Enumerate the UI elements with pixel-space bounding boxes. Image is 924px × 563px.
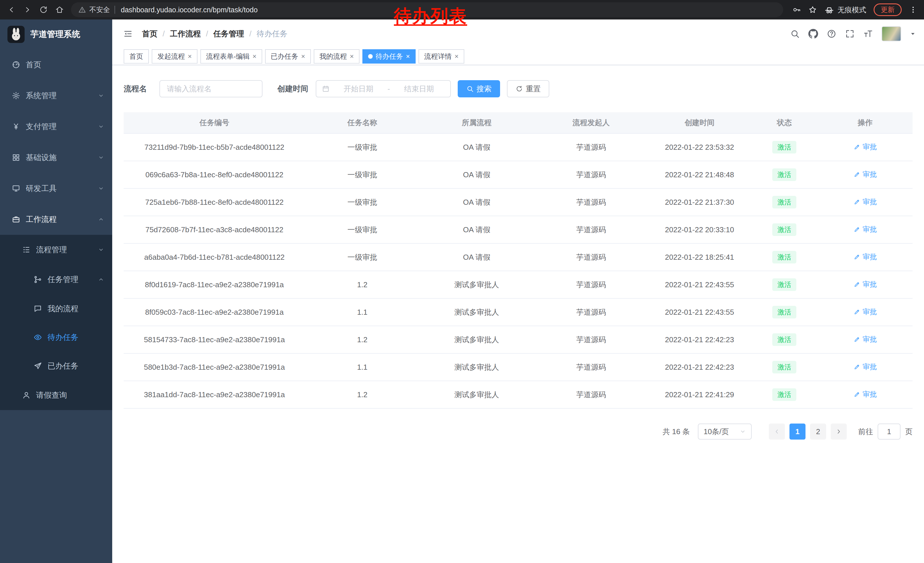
- chevron-up-icon: [98, 216, 104, 222]
- refresh-icon: [516, 85, 523, 93]
- app-logo[interactable]: 芋道管理系统: [0, 20, 112, 49]
- sidebar-item-label: 流程管理: [36, 245, 67, 255]
- sidebar-item-4[interactable]: 基础设施: [0, 142, 112, 173]
- table-row: 725a1eb6-7b88-11ec-8ef0-acde48001122一级审批…: [124, 188, 912, 216]
- hamburger-icon[interactable]: [123, 29, 133, 39]
- tab-6[interactable]: 待办任务×: [362, 49, 416, 63]
- tab-2[interactable]: 发起流程×: [152, 49, 198, 63]
- breadcrumb-item[interactable]: 工作流程: [170, 29, 201, 39]
- total-count: 共 16 条: [663, 427, 690, 437]
- page-size-select[interactable]: 10条/页: [698, 423, 752, 440]
- logo-avatar: [8, 26, 25, 43]
- breadcrumb-item[interactable]: 首页: [142, 29, 158, 39]
- approve-link[interactable]: 审批: [854, 142, 877, 152]
- cell-process: OA 请假: [419, 188, 534, 216]
- edit-icon: [854, 198, 861, 205]
- sidebar-item-11[interactable]: 已办任务: [0, 352, 112, 380]
- chevron-down-icon: [98, 185, 104, 192]
- edit-icon: [854, 254, 861, 260]
- cell-id: 8f0d1619-7ac8-11ec-a9e2-a2380e71991a: [124, 271, 305, 299]
- fullscreen-icon[interactable]: [845, 29, 855, 39]
- github-icon[interactable]: [808, 29, 818, 39]
- close-icon[interactable]: ×: [252, 53, 256, 60]
- approve-link[interactable]: 审批: [854, 252, 877, 261]
- end-date-placeholder[interactable]: 结束日期: [393, 84, 444, 94]
- prev-page-button[interactable]: [769, 423, 785, 440]
- approve-link[interactable]: 审批: [854, 170, 877, 179]
- close-icon[interactable]: ×: [406, 53, 410, 60]
- font-size-icon[interactable]: [863, 29, 873, 39]
- tab-3[interactable]: 流程表单-编辑×: [200, 49, 262, 63]
- goto-page-input[interactable]: [878, 423, 900, 440]
- cell-process: 测试多审批人: [419, 326, 534, 353]
- start-date-placeholder[interactable]: 开始日期: [333, 84, 384, 94]
- star-icon[interactable]: [808, 6, 817, 14]
- page-button-1[interactable]: 1: [789, 423, 806, 440]
- date-range-picker[interactable]: 开始日期 - 结束日期: [316, 80, 451, 98]
- tab-7[interactable]: 流程详情×: [418, 49, 464, 63]
- reset-button[interactable]: 重置: [507, 80, 549, 98]
- sidebar-item-9[interactable]: 我的流程: [0, 294, 112, 323]
- approve-link[interactable]: 审批: [854, 307, 877, 317]
- warning-icon[interactable]: [78, 6, 86, 14]
- next-page-button[interactable]: [831, 423, 847, 440]
- breadcrumb-item[interactable]: 任务管理: [213, 29, 244, 39]
- chevron-down-icon: [740, 428, 746, 435]
- reload-icon[interactable]: [36, 2, 51, 18]
- tab-4[interactable]: 已办任务×: [265, 49, 311, 63]
- page-button-2[interactable]: 2: [810, 423, 826, 440]
- cell-id: 75d72608-7b7f-11ec-a3c8-acde48001122: [124, 216, 305, 243]
- avatar-caret-icon[interactable]: [910, 31, 916, 37]
- cell-action: 审批: [818, 271, 912, 299]
- sidebar-item-6[interactable]: 工作流程: [0, 204, 112, 235]
- close-icon[interactable]: ×: [454, 53, 459, 60]
- cell-process: OA 请假: [419, 216, 534, 243]
- address-divider: [114, 6, 115, 14]
- sidebar-item-5[interactable]: 研发工具: [0, 173, 112, 204]
- close-icon[interactable]: ×: [188, 53, 192, 60]
- browser-actions: 无痕模式 更新: [792, 3, 917, 16]
- key-icon[interactable]: [792, 6, 801, 14]
- approve-link[interactable]: 审批: [854, 335, 877, 344]
- cell-action: 审批: [818, 161, 912, 188]
- close-icon[interactable]: ×: [301, 53, 305, 60]
- approve-link[interactable]: 审批: [854, 197, 877, 206]
- cell-created: 2022-01-21 22:42:23: [648, 353, 751, 381]
- input-placeholder: 请输入流程名: [167, 84, 212, 94]
- user-avatar[interactable]: [882, 26, 901, 41]
- tab-label: 流程表单-编辑: [206, 52, 250, 61]
- cell-status: 激活: [751, 326, 818, 353]
- process-name-input[interactable]: 请输入流程名: [159, 80, 262, 98]
- screenshot-root: 不安全 dashboard.yudao.iocoder.cn/bpm/task/…: [0, 0, 924, 563]
- sidebar-item-1[interactable]: 首页: [0, 49, 112, 80]
- sidebar-item-10[interactable]: 待办任务: [0, 323, 112, 352]
- search-icon[interactable]: [790, 29, 800, 39]
- tab-1[interactable]: 首页: [124, 49, 149, 63]
- sidebar-item-label: 工作流程: [26, 214, 57, 225]
- cell-id: 580e1b3d-7ac8-11ec-a9e2-a2380e71991a: [124, 353, 305, 381]
- update-button[interactable]: 更新: [874, 3, 902, 16]
- help-icon[interactable]: [826, 29, 836, 39]
- sidebar-item-12[interactable]: 请假查询: [0, 380, 112, 410]
- url-text[interactable]: dashboard.yudao.iocoder.cn/bpm/task/todo: [121, 6, 258, 14]
- search-button[interactable]: 搜索: [458, 80, 500, 98]
- sidebar-item-3[interactable]: 支付管理: [0, 111, 112, 142]
- close-icon[interactable]: ×: [350, 53, 354, 60]
- tab-label: 发起流程: [158, 52, 185, 61]
- approve-link[interactable]: 审批: [854, 362, 877, 371]
- sidebar-item-2[interactable]: 系统管理: [0, 80, 112, 111]
- tab-5[interactable]: 我的流程×: [314, 49, 360, 63]
- sidebar-item-7[interactable]: 流程管理: [0, 235, 112, 264]
- edit-icon: [854, 308, 861, 315]
- back-icon[interactable]: [3, 2, 20, 18]
- breadcrumb: 首页/工作流程/任务管理/待办任务: [142, 29, 288, 39]
- approve-link[interactable]: 审批: [854, 389, 877, 399]
- sidebar-item-label: 已办任务: [48, 361, 78, 371]
- approve-link[interactable]: 审批: [854, 225, 877, 234]
- sidebar-item-8[interactable]: 任务管理: [0, 264, 112, 294]
- forward-icon[interactable]: [20, 2, 36, 18]
- browser-menu-icon[interactable]: [909, 6, 917, 14]
- browser-home-icon[interactable]: [51, 2, 68, 18]
- cell-initiator: 芋道源码: [534, 299, 648, 326]
- approve-link[interactable]: 审批: [854, 279, 877, 289]
